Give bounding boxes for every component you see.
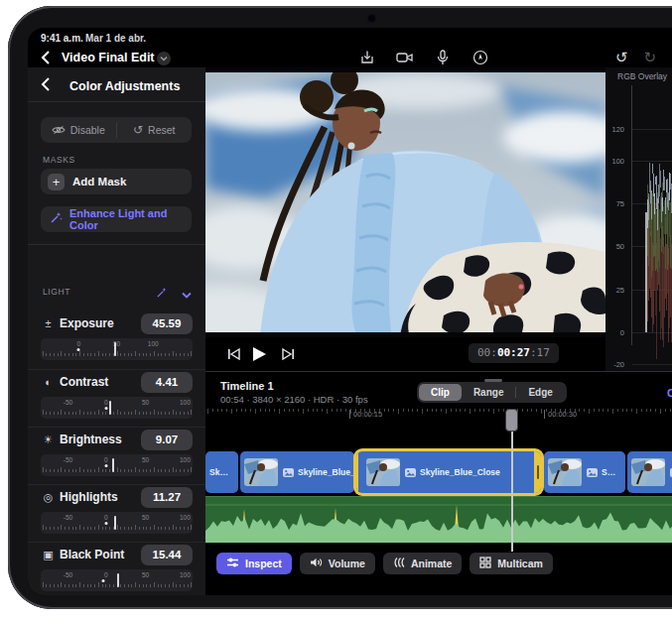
ruler-tick xyxy=(161,469,162,472)
slider-highlights: ◎Highlights11.27-50050100 xyxy=(28,484,205,542)
ruler-scale-label: -50 xyxy=(64,456,72,463)
clip-label: Skyline_Blue_Close xyxy=(420,467,500,477)
ruler-tick xyxy=(158,584,159,587)
slider-value-field[interactable]: 11.27 xyxy=(141,487,193,508)
ruler-value-indicator[interactable] xyxy=(109,401,111,415)
microphone-icon[interactable] xyxy=(433,48,453,67)
black-point-icon: ▣ xyxy=(42,549,55,561)
slider-value-field[interactable]: 15.44 xyxy=(141,545,193,565)
disable-button[interactable]: Disable xyxy=(41,117,116,143)
ruler-tick xyxy=(131,527,132,530)
undo-icon[interactable]: ↺ xyxy=(615,48,628,67)
ruler-tick xyxy=(79,351,80,356)
slider-ruler[interactable]: -50050100 xyxy=(41,454,193,476)
ruler-tick xyxy=(176,469,177,472)
mode-clip[interactable]: Clip xyxy=(419,384,462,401)
mode-edge[interactable]: Edge xyxy=(516,384,564,401)
previous-frame-icon[interactable] xyxy=(223,344,243,364)
ruler-tick xyxy=(58,527,59,530)
animate-button[interactable]: Animate xyxy=(383,553,462,574)
timeline-name: Timeline 1 xyxy=(220,380,274,392)
slider-ruler[interactable]: 050100 xyxy=(41,338,193,360)
slider-value-field[interactable]: 4.41 xyxy=(141,372,193,393)
ruler-tick xyxy=(72,469,73,472)
ruler-tick xyxy=(113,412,114,415)
clip-sk-[interactable]: Sk… xyxy=(205,451,238,493)
grid-icon xyxy=(479,557,491,570)
photo-icon xyxy=(283,463,294,481)
ruler-tick xyxy=(102,412,103,415)
masks-section-label: MASKS xyxy=(43,155,75,165)
slider-ruler[interactable]: -50050100 xyxy=(41,512,193,534)
project-title[interactable]: Video Final Edit xyxy=(62,51,155,64)
inspect-button[interactable]: Inspect xyxy=(216,553,292,574)
timecode-display[interactable]: 00:00:27:17 xyxy=(469,343,559,363)
slider-ruler[interactable]: -50050100 xyxy=(41,397,193,419)
ruler-scale-label: 50 xyxy=(142,456,149,463)
ruler-tick xyxy=(191,467,192,472)
light-wand-icon[interactable] xyxy=(156,285,168,303)
playhead-handle[interactable] xyxy=(505,409,518,432)
ruler-tick xyxy=(191,410,192,415)
cut-button-partial[interactable]: C xyxy=(667,387,672,399)
ruler-tick xyxy=(173,582,174,587)
multicam-button[interactable]: Multicam xyxy=(470,553,553,574)
panel-back-icon[interactable] xyxy=(40,76,54,92)
ruler-tick xyxy=(169,353,170,356)
redo-icon[interactable]: ↻ xyxy=(644,48,657,67)
ruler-tick xyxy=(117,467,118,472)
ruler-tick xyxy=(50,469,51,472)
clip-skyline-blue-close[interactable]: Skyline_Blue_Close xyxy=(356,451,541,493)
ruler-origin-dot xyxy=(104,522,107,525)
timeline-ruler[interactable]: 00:00:1500:00:30 xyxy=(205,409,672,425)
ruler-value-indicator[interactable] xyxy=(114,342,116,356)
trim-handle-left[interactable] xyxy=(356,451,358,493)
import-icon[interactable] xyxy=(357,48,377,67)
ruler-tick xyxy=(90,584,91,587)
trim-handle-right[interactable] xyxy=(534,451,541,493)
slider-ruler[interactable]: -50050100 xyxy=(41,569,193,591)
ruler-tick xyxy=(98,351,99,356)
reset-button[interactable]: ↺ Reset xyxy=(117,117,193,143)
ruler-tick xyxy=(87,353,88,356)
next-frame-icon[interactable] xyxy=(278,344,298,364)
ruler-tick xyxy=(165,353,166,356)
add-mask-button[interactable]: + Add Mask xyxy=(41,169,192,194)
ruler-tick xyxy=(105,527,106,530)
slider-value-field[interactable]: 45.59 xyxy=(141,313,193,334)
slider-value-field[interactable]: 9.07 xyxy=(141,430,193,450)
camera-icon[interactable] xyxy=(395,48,415,67)
ruler-tick xyxy=(113,584,114,587)
clip-s-[interactable]: S… xyxy=(544,451,625,493)
volume-button[interactable]: Volume xyxy=(300,553,375,574)
ruler-tick xyxy=(65,584,66,587)
pencil-circle-icon[interactable] xyxy=(470,48,490,67)
ruler-tick xyxy=(90,469,91,472)
ruler-tick xyxy=(109,584,110,587)
brightness-icon: ☀ xyxy=(42,434,55,446)
light-collapse-chevron-icon[interactable] xyxy=(182,285,192,303)
ruler-value-indicator[interactable] xyxy=(112,458,114,472)
ruler-scale-label: 100 xyxy=(180,456,191,463)
ruler-tick xyxy=(75,469,76,472)
ruler-value-indicator[interactable] xyxy=(117,573,119,587)
clip-skyline-blue-wide[interactable]: Skyline_Blue_Wide xyxy=(240,451,354,493)
ruler-value-indicator[interactable] xyxy=(114,516,116,530)
ruler-scale-label: -50 xyxy=(64,399,72,406)
ruler-tick xyxy=(61,525,62,530)
ruler-tick xyxy=(75,412,76,415)
ruler-tick xyxy=(43,351,44,356)
ruler-tick xyxy=(72,412,73,415)
slider-label: Contrast xyxy=(60,375,108,389)
audio-track[interactable] xyxy=(205,496,672,543)
playhead-line xyxy=(511,431,513,552)
title-dropdown-chevron-icon[interactable] xyxy=(157,52,171,65)
ruler-tick xyxy=(124,584,125,587)
play-icon[interactable] xyxy=(249,344,269,364)
clip-untitled[interactable] xyxy=(627,451,672,493)
back-icon[interactable] xyxy=(40,50,54,65)
ruler-tick xyxy=(139,412,140,415)
enhance-light-color-button[interactable]: Enhance Light and Color xyxy=(41,206,192,232)
slider-contrast: ◐Contrast4.41-50050100 xyxy=(28,369,205,427)
mode-range[interactable]: Range xyxy=(462,384,516,401)
